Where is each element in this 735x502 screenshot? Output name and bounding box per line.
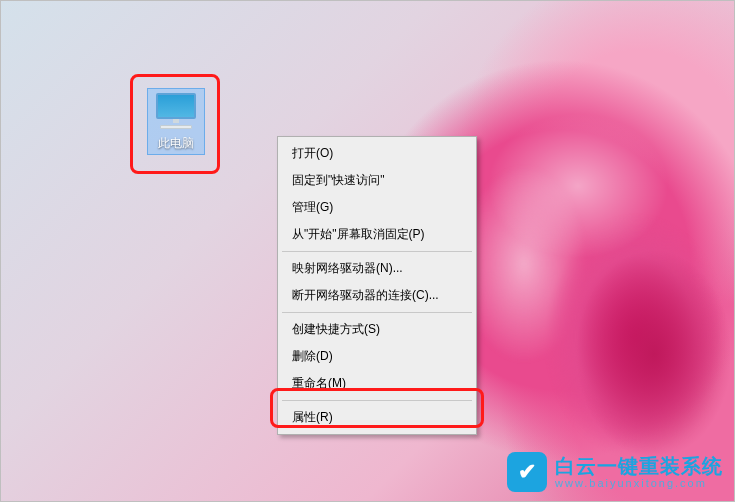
menu-create-shortcut[interactable]: 创建快捷方式(S) — [280, 316, 474, 343]
menu-map-network-drive[interactable]: 映射网络驱动器(N)... — [280, 255, 474, 282]
menu-separator — [282, 251, 472, 252]
menu-open[interactable]: 打开(O) — [280, 140, 474, 167]
menu-pin-quick-access[interactable]: 固定到"快速访问" — [280, 167, 474, 194]
menu-disconnect-network-drive[interactable]: 断开网络驱动器的连接(C)... — [280, 282, 474, 309]
watermark-logo-icon: ✔ — [507, 452, 547, 492]
menu-properties[interactable]: 属性(R) — [280, 404, 474, 431]
menu-separator — [282, 312, 472, 313]
context-menu: 打开(O) 固定到"快速访问" 管理(G) 从"开始"屏幕取消固定(P) 映射网… — [277, 136, 477, 435]
desktop-icon-this-pc[interactable]: 此电脑 — [142, 88, 210, 155]
watermark-subtitle: www.baiyunxitong.com — [555, 477, 723, 489]
this-pc-icon — [152, 93, 200, 133]
watermark: ✔ 白云一键重装系统 www.baiyunxitong.com — [507, 452, 723, 492]
menu-unpin-start[interactable]: 从"开始"屏幕取消固定(P) — [280, 221, 474, 248]
menu-delete[interactable]: 删除(D) — [280, 343, 474, 370]
menu-separator — [282, 400, 472, 401]
menu-manage[interactable]: 管理(G) — [280, 194, 474, 221]
watermark-title: 白云一键重装系统 — [555, 455, 723, 477]
menu-rename[interactable]: 重命名(M) — [280, 370, 474, 397]
this-pc-label: 此电脑 — [152, 135, 200, 152]
